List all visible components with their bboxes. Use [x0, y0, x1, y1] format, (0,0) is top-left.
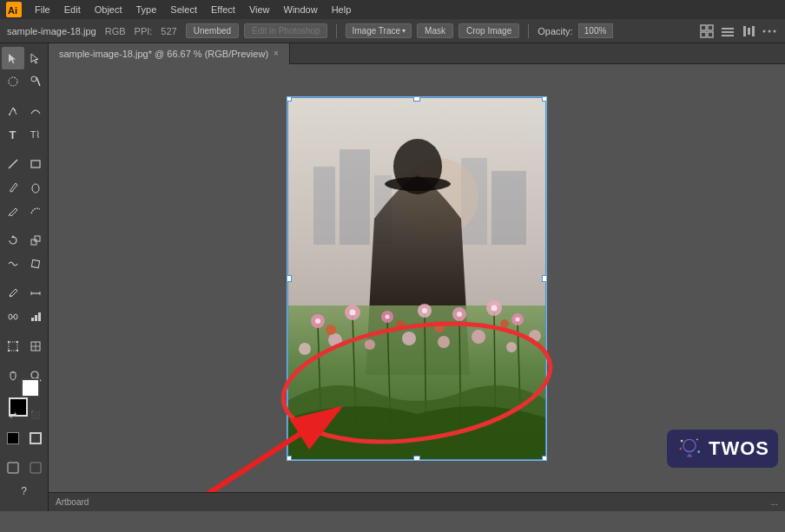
svg-text:Ai: Ai	[8, 5, 17, 16]
svg-point-12	[763, 30, 766, 32]
svg-point-76	[422, 308, 427, 313]
ai-logo: Ai	[5, 1, 23, 18]
magic-wand-btn[interactable]	[24, 70, 47, 93]
svg-rect-6	[722, 28, 734, 30]
shaper-tool-btn[interactable]	[24, 200, 47, 222]
measure-tool-btn[interactable]	[24, 282, 47, 305]
graph-tool-btn[interactable]	[24, 305, 47, 328]
stroke-color-btn[interactable]	[24, 427, 47, 450]
svg-point-41	[16, 350, 17, 351]
menu-file[interactable]: File	[28, 3, 57, 16]
distribute-icon[interactable]	[740, 23, 757, 40]
scale-tool-btn[interactable]	[24, 229, 47, 252]
svg-rect-25	[35, 236, 40, 241]
grid-icon[interactable]	[719, 23, 736, 40]
direct-select-tool-btn[interactable]	[24, 47, 47, 69]
free-transform-btn[interactable]	[24, 253, 47, 275]
artboard-label: Artboard	[56, 497, 89, 507]
rotate-tool-btn[interactable]	[2, 229, 24, 252]
tool-row-modes	[0, 456, 48, 479]
svg-rect-37	[9, 342, 17, 351]
more-tools-btn[interactable]: • • •	[13, 507, 36, 511]
svg-point-27	[10, 295, 11, 297]
tab-label: sample-image-18.jpg* @ 66.67 % (RGB/Prev…	[59, 49, 268, 59]
eyedropper-tool-btn[interactable]	[2, 282, 24, 305]
svg-point-101	[697, 450, 700, 453]
artboard-tool-btn[interactable]	[2, 335, 24, 358]
svg-line-22	[9, 214, 10, 216]
menu-edit[interactable]: Edit	[57, 3, 88, 16]
screen-mode-btn[interactable]	[24, 456, 47, 479]
pen-tool-btn[interactable]	[2, 100, 24, 122]
lasso-tool-btn[interactable]	[2, 70, 24, 93]
tool-row-swap: ⇄ ⬛	[0, 404, 48, 426]
swap-colors-btn[interactable]: ⇄	[2, 404, 24, 426]
warp-tool-btn[interactable]	[2, 253, 24, 275]
svg-rect-36	[38, 312, 41, 321]
fill-color-btn[interactable]	[2, 427, 24, 450]
opacity-value[interactable]: 100%	[578, 23, 613, 38]
mask-button[interactable]: Mask	[417, 23, 453, 38]
tool-row-type: T T⌇	[0, 123, 48, 146]
menu-help[interactable]: Help	[325, 3, 359, 16]
unembed-button[interactable]: Unembed	[186, 23, 239, 38]
svg-point-74	[350, 309, 356, 315]
more-status-btn[interactable]: ...	[771, 497, 778, 507]
svg-rect-4	[701, 32, 706, 37]
tool-row-warp	[0, 253, 48, 275]
close-tab-btn[interactable]: ×	[274, 49, 279, 58]
menu-select[interactable]: Select	[163, 3, 204, 16]
menu-effect[interactable]: Effect	[204, 3, 242, 16]
menu-window[interactable]: Window	[277, 3, 325, 16]
toolbar: T T⌇	[0, 43, 49, 511]
question-tool-btn[interactable]: ?	[13, 480, 36, 502]
more-icon[interactable]	[761, 23, 778, 40]
draw-mode-btn[interactable]	[2, 456, 24, 479]
svg-point-73	[315, 319, 320, 324]
line-tool-btn[interactable]	[2, 153, 24, 175]
background-color-swatch[interactable]	[21, 378, 40, 397]
svg-point-13	[769, 30, 771, 32]
svg-point-84	[438, 336, 450, 348]
image-trace-button[interactable]: Image Trace ▾	[346, 23, 412, 38]
main-area: T T⌇	[0, 43, 785, 511]
svg-rect-10	[748, 28, 750, 35]
curvature-tool-btn[interactable]	[24, 100, 47, 122]
menu-type[interactable]: Type	[129, 3, 164, 16]
arrange-icon[interactable]	[698, 23, 716, 40]
svg-point-32	[14, 314, 17, 319]
svg-point-40	[7, 350, 9, 351]
default-colors-btn[interactable]: ⬛	[24, 404, 47, 426]
crop-image-button[interactable]: Crop Image	[458, 23, 519, 38]
type-tool-btn[interactable]: T	[2, 123, 24, 146]
document-tab[interactable]: sample-image-18.jpg* @ 66.67 % (RGB/Prev…	[49, 43, 290, 64]
select-tool-btn[interactable]	[2, 47, 24, 69]
canvas-content[interactable]: TWOS	[49, 64, 785, 492]
svg-rect-47	[8, 463, 18, 473]
svg-rect-2	[701, 25, 706, 30]
image-container	[287, 96, 547, 461]
svg-point-100	[696, 438, 698, 440]
menu-view[interactable]: View	[242, 3, 277, 16]
pencil-tool-btn[interactable]	[2, 200, 24, 222]
slice-tool-btn[interactable]	[24, 335, 47, 358]
svg-point-31	[9, 314, 12, 319]
svg-point-77	[457, 312, 462, 317]
paintbrush-tool-btn[interactable]	[2, 176, 24, 199]
svg-rect-51	[340, 149, 370, 245]
edit-photoshop-button[interactable]: Edit in Photoshop	[244, 23, 327, 38]
svg-point-78	[491, 305, 498, 311]
svg-rect-11	[752, 26, 755, 36]
svg-point-87	[529, 330, 541, 342]
image-trace-dropdown-arrow[interactable]: ▾	[402, 27, 406, 35]
blend-tool-btn[interactable]	[2, 305, 24, 328]
tool-row-eyedropper	[0, 282, 48, 305]
menu-object[interactable]: Object	[88, 3, 129, 16]
blob-brush-btn[interactable]	[24, 176, 47, 199]
svg-point-91	[500, 319, 509, 328]
svg-line-16	[36, 77, 40, 86]
rectangle-tool-btn[interactable]	[24, 153, 47, 175]
svg-point-57	[385, 177, 451, 191]
svg-point-18	[9, 114, 10, 115]
type-touch-btn[interactable]: T⌇	[24, 123, 47, 146]
